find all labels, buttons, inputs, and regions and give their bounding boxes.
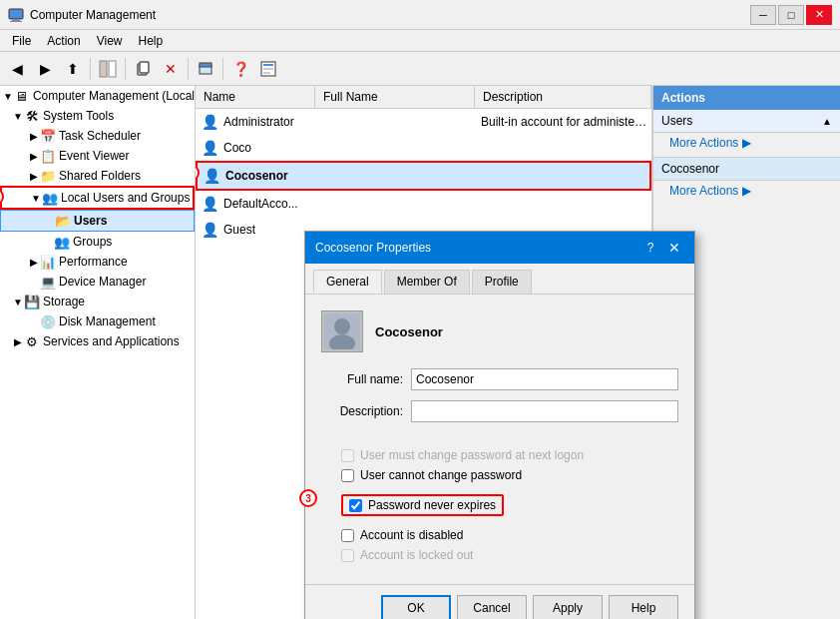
svg-rect-10 <box>263 64 273 66</box>
tree-services[interactable]: ▶ ⚙ Services and Applications <box>0 331 195 351</box>
fullname-input[interactable] <box>411 368 678 390</box>
col-name[interactable]: Name <box>196 86 315 108</box>
tree-event-viewer[interactable]: ▶ 📋 Event Viewer <box>0 146 195 166</box>
tree-device-manager[interactable]: 💻 Device Manager <box>0 272 195 292</box>
ok-button[interactable]: OK <box>381 595 451 619</box>
properties-dialog: Cocosenor Properties ? ✕ General Member … <box>304 231 695 619</box>
checkbox-account-locked-row: Account is locked out <box>341 548 678 562</box>
account-locked-label: Account is locked out <box>360 548 473 562</box>
expand-storage[interactable]: ▼ <box>12 297 24 308</box>
tab-member-of[interactable]: Member Of <box>384 270 470 294</box>
tree-root-label: Computer Management (Local <box>33 89 195 103</box>
toolbar-sep-4 <box>222 58 223 80</box>
expand-event[interactable]: ▶ <box>28 151 40 162</box>
user-icon: 👤 <box>200 112 219 132</box>
tree-task-scheduler[interactable]: ▶ 📅 Task Scheduler <box>0 126 195 146</box>
storage-icon: 💾 <box>24 294 40 310</box>
fullname-label: Full name: <box>321 372 411 386</box>
list-item-defaultacco[interactable]: 👤 DefaultAcco... <box>196 191 651 217</box>
tree-task-scheduler-label: Task Scheduler <box>59 129 141 143</box>
more-actions-arrow-cocosenor: ▶ <box>742 184 751 198</box>
toolbar-help[interactable]: ❓ <box>227 56 253 82</box>
user-info-row: Cocosenor <box>321 310 678 352</box>
description-input[interactable] <box>411 400 678 422</box>
tree-storage-label: Storage <box>43 295 85 309</box>
tree-storage[interactable]: ▼ 💾 Storage <box>0 292 195 311</box>
actions-cocosenor-label: Cocosenor <box>661 162 719 176</box>
maximize-button[interactable]: □ <box>778 5 804 25</box>
expand-shared[interactable]: ▶ <box>28 171 40 182</box>
tree-system-tools[interactable]: ▼ 🛠 System Tools <box>0 106 195 126</box>
toolbar-sep-2 <box>125 58 126 80</box>
menu-help[interactable]: Help <box>131 32 172 50</box>
app-icon <box>8 7 24 23</box>
account-locked-checkbox[interactable] <box>341 549 354 562</box>
tree-disk-management[interactable]: 💿 Disk Management <box>0 311 195 331</box>
col-description[interactable]: Description <box>475 86 651 108</box>
toolbar-properties[interactable] <box>193 56 218 82</box>
actions-more-actions-cocosenor[interactable]: More Actions ▶ <box>653 181 840 201</box>
tree-performance-label: Performance <box>59 255 128 269</box>
tab-profile[interactable]: Profile <box>472 270 532 294</box>
account-disabled-label: Account is disabled <box>360 528 463 542</box>
menu-file[interactable]: File <box>4 32 39 50</box>
close-button[interactable]: ✕ <box>806 5 832 25</box>
list-header: Name Full Name Description <box>196 86 651 109</box>
window-controls[interactable]: ─ □ ✕ <box>750 5 832 25</box>
actions-more-actions-users[interactable]: More Actions ▶ <box>653 133 840 153</box>
toolbar-export[interactable] <box>255 56 281 82</box>
expand-task[interactable]: ▶ <box>28 131 40 142</box>
tab-general[interactable]: General <box>313 270 382 294</box>
tree-groups-label: Groups <box>73 235 112 249</box>
menu-action[interactable]: Action <box>39 32 88 50</box>
dialog-help-icon[interactable]: ? <box>640 238 660 258</box>
menu-bar: File Action View Help <box>0 30 840 52</box>
title-bar: Computer Management ─ □ ✕ <box>0 0 840 30</box>
expand-performance[interactable]: ▶ <box>28 257 40 268</box>
cannot-change-checkbox[interactable] <box>341 469 354 482</box>
tree-root[interactable]: ▼ 🖥 Computer Management (Local <box>0 86 195 106</box>
tree-performance[interactable]: ▶ 📊 Performance <box>0 252 195 272</box>
cannot-change-label: User cannot change password <box>360 468 522 482</box>
tree-groups[interactable]: 👥 Groups <box>0 232 195 252</box>
svg-rect-1 <box>12 19 20 21</box>
shared-folders-icon: 📁 <box>40 168 56 184</box>
expand-local-users[interactable]: ▼ <box>30 193 42 204</box>
window-title: Computer Management <box>30 8 750 22</box>
toolbar-show-hide[interactable] <box>95 56 121 82</box>
minimize-button[interactable]: ─ <box>750 5 776 25</box>
checkbox-must-change-row: User must change password at next logon <box>341 448 678 462</box>
list-item-coco[interactable]: 👤 Coco <box>196 135 651 161</box>
list-item-cocosenor[interactable]: 👤 Cocosenor <box>196 161 651 191</box>
toolbar-forward[interactable]: ▶ <box>32 56 58 82</box>
list-item-administrator[interactable]: 👤 Administrator Built-in account for adm… <box>196 109 651 135</box>
user-name-cocosenor: Cocosenor <box>225 169 323 183</box>
account-disabled-checkbox[interactable] <box>341 529 354 542</box>
user-name-default: DefaultAcco... <box>223 197 321 211</box>
cancel-button[interactable]: Cancel <box>457 595 527 619</box>
fullname-row: Full name: <box>321 368 678 390</box>
user-avatar <box>321 310 363 352</box>
expand-services[interactable]: ▶ <box>12 336 24 347</box>
dialog-close-button[interactable]: ✕ <box>664 238 684 258</box>
description-label: Description: <box>321 404 411 418</box>
menu-view[interactable]: View <box>89 32 131 50</box>
never-expires-checkbox[interactable] <box>349 499 362 512</box>
apply-button[interactable]: Apply <box>533 595 603 619</box>
toolbar-copy[interactable] <box>130 56 156 82</box>
user-icon-guest: 👤 <box>200 220 219 240</box>
expand-root[interactable]: ▼ <box>2 91 14 102</box>
tree-users[interactable]: 📂 Users <box>0 210 195 232</box>
tree-local-users[interactable]: ▼ 👥 Local Users and Groups <box>0 186 195 210</box>
system-tools-icon: 🛠 <box>24 108 40 124</box>
help-button[interactable]: Help <box>609 595 678 619</box>
toolbar-up[interactable]: ⬆ <box>60 56 86 82</box>
must-change-checkbox[interactable] <box>341 449 354 462</box>
expand-system-tools[interactable]: ▼ <box>12 111 24 122</box>
actions-section-users: Users ▲ <box>653 110 840 133</box>
tree-shared-folders[interactable]: ▶ 📁 Shared Folders <box>0 166 195 186</box>
dialog-content: Cocosenor Full name: Description: User m… <box>305 295 694 584</box>
toolbar-back[interactable]: ◀ <box>4 56 30 82</box>
col-fullname[interactable]: Full Name <box>315 86 475 108</box>
toolbar-delete[interactable]: ✕ <box>158 56 184 82</box>
